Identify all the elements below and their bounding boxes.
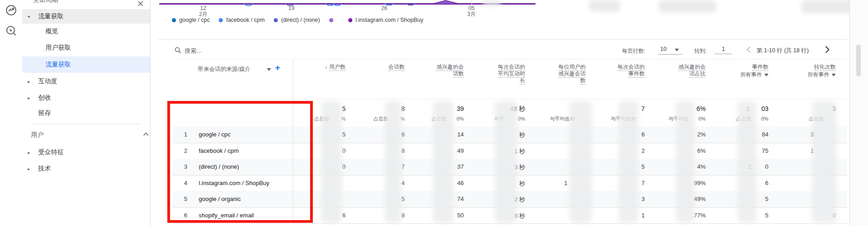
redaction-band [321, 101, 342, 223]
legend-label: l.instagram.com / ShopBuy [356, 17, 423, 23]
sidebar-item-留存[interactable]: 留存 [22, 106, 150, 120]
dropdown-arrow-icon [675, 49, 679, 51]
dimension-dropdown-icon[interactable] [267, 68, 271, 71]
close-icon[interactable] [138, 1, 143, 6]
expand-arrow-icon[interactable]: ▸ [28, 150, 30, 155]
scrollbar-track[interactable] [849, 0, 868, 226]
sidebar-item-label: 概览 [45, 27, 58, 35]
sidebar-item-label: 流量获取 [45, 60, 71, 69]
report-nav-sidebar: 生命周期 ▾流量获取概览用户获取流量获取▸互动度▸创收留存用户▸受众特征▸技术 [22, 0, 151, 226]
row-number: 3 [181, 163, 187, 170]
sidebar-item-label: 互动度 [38, 77, 57, 85]
redaction-band [433, 101, 454, 223]
legend-item: google / cpc [172, 17, 210, 23]
row-number: 2 [181, 147, 187, 154]
section-label: 用户 [31, 131, 44, 139]
metric-header-8[interactable]: 事件数所有事件 [700, 64, 768, 78]
x-tick: 122月 [194, 5, 212, 17]
collection-title: 生命周期 [33, 0, 58, 4]
sidebar-item-概览[interactable]: 概览 [22, 24, 150, 39]
sidebar-item-流量获取[interactable]: ▾流量获取 [22, 9, 150, 24]
metric-header-line: 转化次数 [814, 64, 836, 70]
row-number: 5 [181, 196, 187, 202]
legend-label: (direct) / (none) [281, 17, 320, 23]
prev-page-icon[interactable] [747, 46, 751, 53]
metric-header-7[interactable]: 感兴趣的会话占比 [637, 64, 706, 77]
legend-label: facebook / cpm [226, 17, 265, 23]
left-icon-rail [0, 0, 23, 226]
source-medium-label: (direct) / (none) [199, 163, 239, 170]
x-tick: 26 [375, 5, 393, 11]
redaction-blur [483, 0, 501, 6]
redaction-band [812, 101, 837, 223]
source-medium-label: shopify_email / email [199, 212, 254, 219]
metric-subheader[interactable]: 所有事件 [740, 71, 768, 78]
source-medium-label: l.instagram.com / ShopBuy [199, 180, 269, 186]
metric-subheader[interactable]: 所有事件 [808, 71, 836, 78]
source-medium-label: google / organic [199, 196, 241, 202]
metric-header-6[interactable]: 每次会话的事件数 [577, 64, 645, 77]
source-medium-label: google / cpc [199, 131, 231, 138]
row-number: 4 [181, 180, 187, 186]
legend-dot-icon [348, 18, 352, 22]
row-number: 6 [181, 212, 187, 219]
dropdown-arrow-icon [832, 74, 836, 76]
metric-header-line: 事件数 [752, 64, 768, 70]
sidebar-item-用户获取[interactable]: 用户获取 [22, 40, 150, 55]
metric-header-3[interactable]: 感兴趣的会话数 [396, 64, 464, 77]
redaction-band [676, 101, 695, 223]
sidebar-item-label: 创收 [38, 94, 51, 102]
header-bottom-border [173, 99, 847, 99]
redaction-band [495, 101, 517, 223]
legend-label: google / cpc [179, 17, 210, 23]
expand-arrow-icon[interactable]: ▸ [28, 95, 30, 100]
metric-header-4[interactable]: 每次会话的平均互动时长 [457, 64, 525, 84]
redaction-band [385, 101, 402, 223]
legend-item: (direct) / (none) [274, 17, 320, 23]
metric-header-2[interactable]: 会话数 [336, 64, 405, 70]
redaction-band [738, 101, 757, 223]
search-icon[interactable] [175, 47, 181, 54]
redaction-blur [658, 0, 717, 13]
next-page-icon[interactable] [825, 46, 829, 53]
collapse-arrow-icon[interactable]: ▾ [28, 14, 30, 19]
rows-per-page-select[interactable]: 10 [658, 45, 682, 55]
chevron-up-icon[interactable] [143, 132, 149, 136]
sidebar-item-创收[interactable]: ▸创收 [22, 90, 150, 105]
legend-item: l.instagram.com / ShopBuy [348, 17, 423, 23]
sort-desc-icon[interactable]: ↓ [325, 64, 327, 70]
metric-header-9[interactable]: 转化次数所有事件 [768, 64, 836, 78]
table-top-border [173, 59, 847, 60]
search-input[interactable]: 搜索… [185, 47, 202, 55]
expand-arrow-icon[interactable]: ▸ [28, 166, 30, 171]
sidebar-item-label: 技术 [38, 165, 51, 173]
sidebar-item-label: 用户获取 [45, 44, 71, 52]
sidebar-item-用户[interactable]: 用户 [22, 128, 150, 142]
sidebar-item-互动度[interactable]: ▸互动度 [22, 74, 150, 89]
scrollbar-thumb[interactable] [856, 45, 861, 76]
sidebar-item-技术[interactable]: ▸技术 [22, 161, 150, 176]
reports-icon[interactable] [5, 4, 17, 16]
rows-per-page-label: 每页行数: [622, 47, 645, 55]
rows-per-page-value: 10 [660, 46, 667, 52]
expand-arrow-icon[interactable]: ▸ [28, 79, 30, 84]
metric-header-5[interactable]: 每位用户的感兴趣会话数 [517, 64, 586, 84]
source-medium-label: facebook / cpm [199, 147, 239, 154]
explore-icon[interactable] [5, 25, 17, 37]
redaction-blur [589, 0, 621, 12]
metric-header-1[interactable]: ↓用户数 [277, 64, 346, 70]
sidebar-item-流量获取[interactable]: 流量获取 [22, 56, 150, 73]
redaction-band [569, 101, 592, 223]
sidebar-item-label: 留存 [38, 109, 51, 117]
section-divider [158, 39, 847, 40]
legend-item: facebook / cpm [219, 17, 265, 23]
redaction-band [618, 101, 638, 223]
x-tick: 19 [282, 5, 301, 11]
sidebar-item-受众特征[interactable]: ▸受众特征 [22, 145, 150, 160]
dimension-header[interactable]: 带来会话的来源/媒介 [198, 65, 251, 73]
nav-divider [32, 124, 141, 124]
row-number: 1 [181, 131, 187, 138]
legend-dot-icon [219, 18, 223, 22]
chart-legend: google / cpcfacebook / cpm(direct) / (no… [172, 17, 423, 23]
goto-page-input[interactable]: 1 [715, 45, 732, 54]
